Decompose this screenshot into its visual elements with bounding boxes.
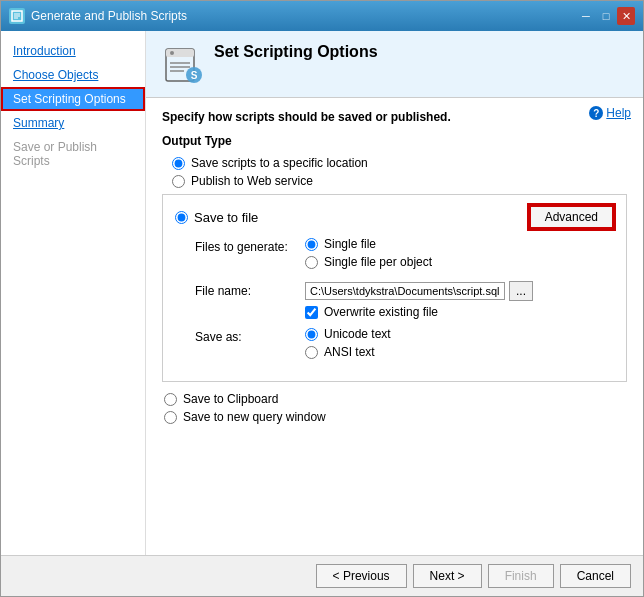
file-name-label: File name: xyxy=(195,281,305,298)
title-bar: Generate and Publish Scripts ─ □ ✕ xyxy=(1,1,643,31)
file-input-row: ... xyxy=(305,281,614,301)
help-label: Help xyxy=(606,106,631,120)
svg-text:S: S xyxy=(191,70,198,81)
sidebar-item-set-scripting-options[interactable]: Set Scripting Options xyxy=(1,87,145,111)
browse-button[interactable]: ... xyxy=(509,281,533,301)
sidebar: Introduction Choose Objects Set Scriptin… xyxy=(1,31,146,555)
footer: < Previous Next > Finish Cancel xyxy=(1,555,643,596)
window-title: Generate and Publish Scripts xyxy=(31,9,187,23)
output-type-label: Output Type xyxy=(162,134,627,148)
window-controls: ─ □ ✕ xyxy=(577,7,635,25)
file-name-row: File name: ... Overwrite existing file xyxy=(195,281,614,319)
save-as-row: Save as: Unicode text ANSI text xyxy=(195,327,614,363)
main-content: ? Help Specify how scripts should be sav… xyxy=(146,98,643,555)
sidebar-item-choose-objects[interactable]: Choose Objects xyxy=(1,63,145,87)
save-file-header: Save to file Advanced xyxy=(175,205,614,229)
main-window: Generate and Publish Scripts ─ □ ✕ Intro… xyxy=(0,0,644,597)
svg-point-6 xyxy=(170,51,174,55)
radio-single-file-per-object[interactable]: Single file per object xyxy=(305,255,614,269)
ansi-label: ANSI text xyxy=(324,345,375,359)
header-icon: S xyxy=(162,45,202,85)
header-text: Set Scripting Options xyxy=(214,43,378,63)
radio-unicode[interactable]: Unicode text xyxy=(305,327,614,341)
help-icon: ? xyxy=(589,106,603,120)
radio-ansi[interactable]: ANSI text xyxy=(305,345,614,359)
save-query-window-radio[interactable] xyxy=(164,411,177,424)
help-link[interactable]: ? Help xyxy=(589,106,631,120)
save-file-radio-row: Save to file xyxy=(175,210,258,225)
save-file-section: Save to file Advanced Files to generate:… xyxy=(162,194,627,382)
minimize-button[interactable]: ─ xyxy=(577,7,595,25)
instruction-text: Specify how scripts should be saved or p… xyxy=(162,110,627,124)
overwrite-label: Overwrite existing file xyxy=(324,305,438,319)
files-to-generate-label: Files to generate: xyxy=(195,237,305,254)
next-button[interactable]: Next > xyxy=(413,564,482,588)
cancel-button[interactable]: Cancel xyxy=(560,564,631,588)
page-title: Set Scripting Options xyxy=(214,43,378,61)
save-as-controls: Unicode text ANSI text xyxy=(305,327,614,363)
close-button[interactable]: ✕ xyxy=(617,7,635,25)
files-to-generate-row: Files to generate: Single file Single fi… xyxy=(195,237,614,273)
output-type-group: Save scripts to a specific location Publ… xyxy=(172,156,627,188)
single-file-label: Single file xyxy=(324,237,376,251)
unicode-label: Unicode text xyxy=(324,327,391,341)
app-icon xyxy=(9,8,25,24)
sidebar-item-introduction[interactable]: Introduction xyxy=(1,39,145,63)
radio-publish-web[interactable]: Publish to Web service xyxy=(172,174,627,188)
file-name-controls: ... Overwrite existing file xyxy=(305,281,614,319)
save-to-file-label: Save to file xyxy=(194,210,258,225)
files-to-generate-controls: Single file Single file per object xyxy=(305,237,614,273)
sidebar-item-save-publish: Save or Publish Scripts xyxy=(1,135,145,173)
main-header: S Set Scripting Options xyxy=(146,31,643,98)
single-file-per-object-label: Single file per object xyxy=(324,255,432,269)
main-panel: S Set Scripting Options ? Help Specify h… xyxy=(146,31,643,555)
radio-single-file[interactable]: Single file xyxy=(305,237,614,251)
file-path-input[interactable] xyxy=(305,282,505,300)
publish-web-label: Publish to Web service xyxy=(191,174,313,188)
content-area: Introduction Choose Objects Set Scriptin… xyxy=(1,31,643,555)
save-clipboard-option[interactable]: Save to Clipboard xyxy=(164,392,627,406)
advanced-button[interactable]: Advanced xyxy=(529,205,614,229)
save-as-label: Save as: xyxy=(195,327,305,344)
save-clipboard-label: Save to Clipboard xyxy=(183,392,278,406)
previous-button[interactable]: < Previous xyxy=(316,564,407,588)
save-clipboard-radio[interactable] xyxy=(164,393,177,406)
save-query-window-label: Save to new query window xyxy=(183,410,326,424)
finish-button[interactable]: Finish xyxy=(488,564,554,588)
save-to-file-radio[interactable] xyxy=(175,211,188,224)
save-specific-label: Save scripts to a specific location xyxy=(191,156,368,170)
title-bar-left: Generate and Publish Scripts xyxy=(9,8,187,24)
sidebar-item-summary[interactable]: Summary xyxy=(1,111,145,135)
maximize-button[interactable]: □ xyxy=(597,7,615,25)
radio-save-specific[interactable]: Save scripts to a specific location xyxy=(172,156,627,170)
overwrite-checkbox[interactable] xyxy=(305,306,318,319)
save-query-window-option[interactable]: Save to new query window xyxy=(164,410,627,424)
overwrite-row: Overwrite existing file xyxy=(305,305,614,319)
